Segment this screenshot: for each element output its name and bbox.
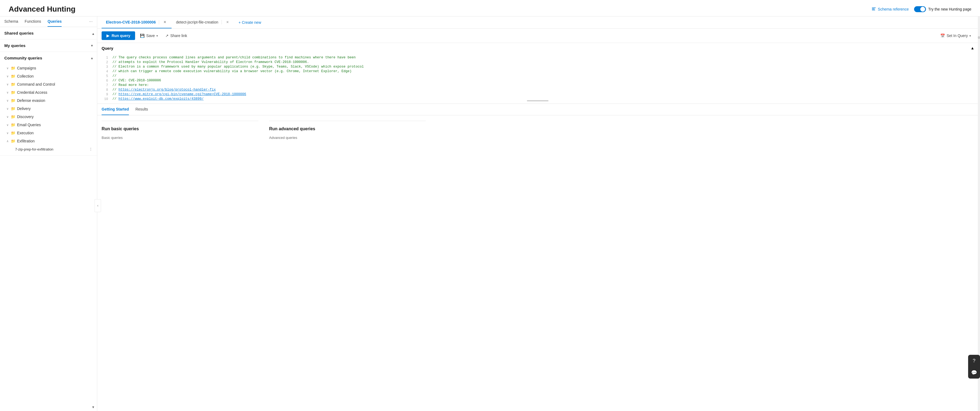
delivery-expand-icon: ∨ bbox=[6, 107, 9, 110]
schema-icon bbox=[871, 7, 876, 12]
line-num-4: 4 bbox=[102, 69, 108, 73]
sidebar-item-defense-evasion[interactable]: ∨ 📁 Defense evasion bbox=[2, 96, 95, 105]
subitem-7zip-label: 7-zip-prep-for-exfiltration bbox=[15, 147, 54, 151]
sidebar-content: Shared queries ▾ My queries ▾ Community … bbox=[0, 27, 97, 411]
line-num-8: 8 bbox=[102, 88, 108, 92]
discovery-label: Discovery bbox=[17, 115, 93, 119]
line-num-3: 3 bbox=[102, 65, 108, 69]
set-in-query-label: Set In Query bbox=[947, 33, 968, 38]
gs-basic-subtitle: Basic queries bbox=[102, 135, 258, 140]
save-label: Save bbox=[146, 33, 155, 38]
feedback-button[interactable]: ? bbox=[968, 355, 980, 367]
code-horizontal-scrollbar[interactable] bbox=[527, 100, 549, 101]
subitem-7zip-dots[interactable]: ⋮ bbox=[89, 147, 93, 151]
gs-right-divider bbox=[269, 121, 426, 121]
code-line-3: 3 // Electron is a common framework used… bbox=[97, 65, 978, 69]
my-queries-header[interactable]: My queries ▾ bbox=[0, 40, 97, 52]
run-query-button[interactable]: ▶ Run query bbox=[102, 31, 135, 40]
campaigns-expand-icon: ∨ bbox=[6, 67, 9, 70]
query-tab-electron[interactable]: Electron-CVE-2018-1000006 ✕ bbox=[102, 16, 172, 29]
campaigns-folder-icon: 📁 bbox=[11, 66, 15, 70]
tab-getting-started[interactable]: Getting Started bbox=[102, 104, 129, 115]
sidebar-item-command-control[interactable]: ∨ 📁 Command and Control bbox=[2, 80, 95, 88]
sidebar-item-discovery[interactable]: ∨ 📁 Discovery bbox=[2, 113, 95, 121]
line-num-2: 2 bbox=[102, 60, 108, 64]
sidebar-item-collection[interactable]: ∨ 📁 Collection bbox=[2, 72, 95, 80]
share-icon: ↗ bbox=[165, 33, 169, 38]
tab-functions[interactable]: Functions bbox=[25, 19, 41, 27]
link-cve-mitre[interactable]: https://cve.mitre.org/cgi-bin/cvename.cg… bbox=[119, 92, 247, 96]
share-link-button[interactable]: ↗ Share link bbox=[163, 31, 190, 40]
execution-expand-icon: ∨ bbox=[6, 131, 9, 135]
toggle-label: Try the new Hunting page bbox=[928, 7, 971, 11]
query-collapse-icon: ▴ bbox=[971, 46, 974, 51]
collection-expand-icon: ∨ bbox=[6, 75, 9, 78]
email-queries-expand-icon: ∨ bbox=[6, 123, 9, 127]
sidebar-item-exfiltration[interactable]: ∧ 📁 Exfiltration bbox=[2, 137, 95, 145]
getting-started-content: Run basic queries Basic queries Run adva… bbox=[97, 115, 978, 411]
sidebar-item-campaigns[interactable]: ∨ 📁 Campaigns bbox=[2, 64, 95, 72]
community-queries-header[interactable]: Community queries ▴ bbox=[0, 52, 97, 64]
query-section-header[interactable]: Query ▴ bbox=[97, 43, 978, 53]
content-scrollbar[interactable] bbox=[978, 16, 980, 411]
shared-queries-section: Shared queries ▾ bbox=[0, 27, 97, 40]
gs-advanced-title: Run advanced queries bbox=[269, 126, 426, 131]
schema-reference-button[interactable]: Schema reference bbox=[871, 7, 908, 12]
tab-divider-2 bbox=[221, 20, 222, 24]
query-tab-electron-label: Electron-CVE-2018-1000006 bbox=[106, 20, 156, 24]
code-area[interactable]: 1 // The query checks process command li… bbox=[97, 53, 978, 104]
chat-button[interactable]: 💬 bbox=[968, 367, 980, 379]
save-chevron: ▾ bbox=[156, 34, 158, 37]
query-tab-detect-label: detect-jscript-file-creation bbox=[176, 20, 218, 24]
line-num-7: 7 bbox=[102, 83, 108, 87]
code-line-5: 5 // bbox=[97, 74, 978, 78]
sidebar-scroll-down[interactable]: ▼ bbox=[89, 403, 97, 411]
query-tab-detect[interactable]: detect-jscript-file-creation ✕ bbox=[172, 16, 234, 29]
run-icon: ▶ bbox=[107, 33, 110, 38]
save-button[interactable]: 💾 Save ▾ bbox=[137, 31, 161, 40]
credential-access-label: Credential Access bbox=[17, 90, 93, 95]
create-new-tab-button[interactable]: + Create new bbox=[234, 17, 266, 28]
float-buttons: ? 💬 bbox=[968, 355, 980, 379]
collection-folder-icon: 📁 bbox=[11, 74, 15, 78]
credential-access-expand-icon: ∨ bbox=[6, 91, 9, 94]
query-tab-electron-close[interactable]: ✕ bbox=[162, 20, 167, 25]
exfiltration-label: Exfiltration bbox=[17, 139, 93, 143]
set-in-query-chevron: ▾ bbox=[969, 34, 971, 37]
command-control-folder-icon: 📁 bbox=[11, 82, 15, 86]
link-exploit-db[interactable]: https://www.exploit-db.com/exploits/4389… bbox=[119, 97, 204, 101]
tab-queries[interactable]: Queries bbox=[48, 19, 62, 27]
sidebar-item-credential-access[interactable]: ∨ 📁 Credential Access bbox=[2, 88, 95, 96]
sidebar-item-execution[interactable]: ∨ 📁 Execution bbox=[2, 129, 95, 137]
gs-right-column: Run advanced queries Advanced queries bbox=[269, 121, 426, 141]
shared-queries-header[interactable]: Shared queries ▾ bbox=[0, 27, 97, 39]
exfiltration-folder-icon: 📁 bbox=[11, 139, 15, 143]
sidebar-item-email-queries[interactable]: ∨ 📁 Email Queries bbox=[2, 121, 95, 129]
new-hunting-toggle[interactable] bbox=[914, 6, 926, 12]
line-content-6: // CVE: CVE-2018-1000006 bbox=[112, 79, 161, 83]
discovery-folder-icon: 📁 bbox=[11, 115, 15, 119]
share-label: Share link bbox=[170, 33, 187, 38]
sidebar-collapse-button[interactable]: ‹ bbox=[95, 199, 101, 212]
line-num-5: 5 bbox=[102, 74, 108, 78]
sidebar-scroll-up[interactable]: ▲ bbox=[89, 30, 97, 38]
line-num-1: 1 bbox=[102, 56, 108, 60]
gs-left-divider bbox=[102, 121, 258, 121]
line-content-8: // https://electronjs.org/blog/protocol-… bbox=[112, 88, 216, 92]
exfiltration-expand-icon: ∧ bbox=[6, 139, 9, 143]
code-line-6: 6 // CVE: CVE-2018-1000006 bbox=[97, 78, 978, 83]
gs-left-column: Run basic queries Basic queries bbox=[102, 121, 258, 141]
header-actions: Schema reference Try the new Hunting pag… bbox=[871, 6, 971, 12]
tab-results[interactable]: Results bbox=[135, 104, 148, 115]
tab-schema[interactable]: Schema bbox=[4, 19, 18, 27]
link-electronjs[interactable]: https://electronjs.org/blog/protocol-han… bbox=[119, 88, 216, 92]
query-tab-detect-close[interactable]: ✕ bbox=[225, 20, 230, 25]
my-queries-section: My queries ▾ bbox=[0, 40, 97, 52]
sidebar-item-delivery[interactable]: ∨ 📁 Delivery bbox=[2, 105, 95, 113]
sidebar-more-icon[interactable]: ··· bbox=[89, 19, 93, 27]
sidebar-subitem-7zip[interactable]: 7-zip-prep-for-exfiltration ⋮ bbox=[2, 145, 95, 153]
query-section-label: Query bbox=[102, 46, 113, 51]
line-content-10: // https://www.exploit-db.com/exploits/4… bbox=[112, 97, 204, 101]
set-in-query-button[interactable]: 📅 Set In Query ▾ bbox=[937, 31, 974, 40]
command-control-label: Command and Control bbox=[17, 82, 93, 86]
